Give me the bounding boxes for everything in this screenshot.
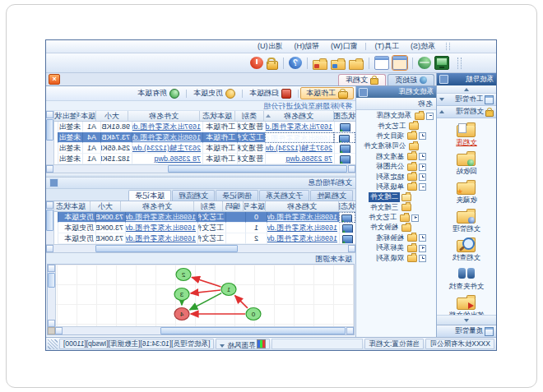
tab-子文档关系[interactable]: 子文档关系 — [259, 190, 309, 201]
filter-工作版本[interactable]: 工作版本 — [300, 87, 354, 99]
scroll-thumb[interactable] — [168, 165, 347, 173]
panel-icon[interactable] — [374, 56, 389, 70]
column-header[interactable]: 文档名称 — [265, 201, 338, 212]
document-link[interactable]: 2637主轴(12234).dwg — [132, 144, 201, 152]
table-row[interactable]: 1698出水泵零件图.dwg1工艺文件1698出水泵零件图.dwg73.00KB… — [53, 223, 355, 233]
nav-more-bar[interactable] — [437, 315, 496, 325]
document-link[interactable]: 1697出水泵零件图.dwg — [132, 122, 201, 131]
document-link[interactable]: 1698出水泵零件图.dwg — [132, 133, 201, 141]
scroll-thumb[interactable] — [46, 210, 53, 231]
pin-icon[interactable] — [359, 88, 368, 97]
nav-item-签出的文档[interactable]: 签出的文档 — [437, 294, 496, 315]
menu-item[interactable]: 帮助(H) — [289, 40, 326, 53]
scroll-left-arrow[interactable] — [348, 165, 355, 173]
scroll-up-arrow[interactable] — [46, 111, 53, 118]
scroll-left-arrow[interactable] — [348, 245, 355, 252]
column-header[interactable]: 签出状态 — [51, 111, 77, 122]
folder-blue-icon[interactable] — [331, 60, 346, 70]
scroll-up-arrow[interactable] — [46, 201, 53, 209]
help-icon[interactable]: ? — [289, 57, 302, 69]
expand-icon[interactable] — [419, 153, 426, 160]
column-header[interactable]: 版本状态 — [51, 201, 90, 212]
graph-horizontal-scrollbar[interactable] — [55, 326, 354, 334]
table-row[interactable]: 1697出水泵零件图.dwg普通文档工作版本1697出水泵零件图.dwg98.6… — [53, 122, 355, 132]
tree-item[interactable]: 公共图标 — [356, 162, 436, 172]
tree-item[interactable]: 美标系列 — [356, 243, 436, 253]
nav-item-文档库[interactable]: 文档库 — [437, 122, 496, 148]
tree-item[interactable]: 二维文件 — [356, 192, 436, 202]
expand-icon[interactable] — [419, 132, 426, 140]
resize-grip[interactable] — [48, 339, 58, 349]
column-header[interactable]: 文件名称 — [120, 201, 193, 212]
scroll-thumb[interactable] — [95, 245, 238, 252]
globe-icon[interactable] — [418, 57, 431, 69]
column-header[interactable]: 大小 — [95, 111, 128, 122]
column-header[interactable]: 大小 — [90, 201, 120, 212]
filter-归档版本[interactable]: 归档版本 — [244, 88, 296, 99]
expand-icon[interactable] — [419, 173, 426, 181]
table-row[interactable]: 1698出水泵零件图.dwg工艺文件工作版本1698出水泵零件图.dwg73.7… — [53, 132, 355, 143]
toolbar-grip[interactable] — [457, 58, 462, 69]
column-header[interactable]: 类别 — [193, 201, 222, 212]
document-link[interactable]: 1698出水泵零件图.dwg — [267, 234, 337, 242]
nav-group-工作管理[interactable]: 工作管理 — [437, 94, 496, 106]
document-link[interactable]: 1698出水泵零件图.dwg — [265, 134, 332, 142]
tree-item[interactable]: 系统文档库 — [356, 111, 436, 121]
column-header[interactable]: 文档名称 — [263, 111, 333, 122]
scroll-right-arrow[interactable] — [46, 245, 53, 252]
pin-icon[interactable] — [49, 178, 58, 187]
document-link[interactable]: 78 23586.dwg — [285, 154, 332, 163]
menu-item[interactable]: 工具(T) — [369, 40, 406, 53]
document-link[interactable]: 1698出水泵零件图.dwg — [125, 224, 196, 232]
tree-item[interactable]: 检验标准 — [356, 233, 436, 243]
menu-item[interactable]: 退出(U) — [252, 40, 289, 53]
resize-corner[interactable] — [48, 327, 55, 334]
document-link[interactable]: 1698出水泵零件图.dwg — [267, 224, 337, 232]
scroll-right-arrow[interactable] — [46, 165, 53, 173]
menu-item[interactable]: 窗口(W) — [325, 40, 364, 53]
tab-文档库[interactable]: 文档库 — [338, 74, 386, 85]
tree-name-column-header[interactable]: 名称 — [356, 98, 436, 110]
tree-item[interactable]: 工艺文件 — [356, 213, 436, 223]
tab-文档流程[interactable]: 文档流程 — [172, 190, 215, 201]
column-header[interactable]: 版本号 — [77, 111, 95, 122]
table-row[interactable]: 1698出水泵零件图.dwg2工艺文件1698出水泵零件图.dwg73.00KB… — [53, 233, 355, 244]
column-header[interactable]: 状态图 — [333, 111, 355, 122]
graph-vertical-scrollbar[interactable] — [48, 265, 56, 327]
version-node-1[interactable]: 1 — [221, 284, 236, 296]
expand-icon[interactable] — [419, 255, 426, 262]
filter-所有版本[interactable]: 所有版本 — [132, 88, 184, 99]
document-link[interactable]: 1698出水泵零件图.dwg — [267, 213, 337, 221]
table-row[interactable]: 2637主轴(12234).dwg普通文档工作版本2637主轴(12234).d… — [53, 143, 355, 154]
tree-item[interactable]: 稳定系列 — [356, 172, 436, 182]
version-node-2[interactable]: 2 — [176, 269, 191, 281]
column-header[interactable]: 文件名称 — [128, 111, 199, 122]
tab-借阅记录[interactable]: 借阅记录 — [216, 190, 258, 201]
nav-item-文件夹查找[interactable]: 文件夹查找 — [437, 265, 496, 292]
horizontal-scrollbar[interactable] — [46, 164, 355, 173]
scroll-thumb[interactable] — [46, 119, 53, 141]
tree-item[interactable]: 双吸系列 — [356, 253, 436, 263]
status-style-picker[interactable]: 界面风格 — [216, 339, 270, 349]
document-link[interactable]: 78 23586.dwg — [154, 154, 201, 163]
column-header[interactable]: 类别 — [234, 111, 263, 122]
nav-item-文档查找[interactable]: 文档查找 — [437, 237, 496, 263]
tree-item[interactable]: 基准文档 — [356, 152, 436, 162]
version-node-3[interactable]: 3 — [174, 288, 189, 301]
tree-item[interactable]: 检验文件 — [356, 223, 436, 233]
version-node-0[interactable]: 0 — [246, 308, 261, 321]
monitor-icon[interactable] — [434, 56, 449, 70]
expand-icon[interactable] — [419, 234, 426, 242]
power-icon[interactable] — [250, 57, 263, 69]
document-link[interactable]: 1698出水泵零件图.dwg — [125, 234, 196, 242]
menubar-grip[interactable] — [446, 43, 450, 50]
collapse-icon[interactable] — [426, 113, 434, 120]
column-header[interactable]: 状态图 — [338, 201, 355, 212]
nav-item-回收站[interactable]: 回收站 — [437, 150, 496, 177]
tab-版本记录[interactable]: 版本记录 — [128, 190, 171, 201]
document-link[interactable]: 2637主轴(12234).dwg — [265, 144, 332, 152]
expand-icon[interactable] — [419, 164, 426, 171]
filter-历史版本[interactable]: 历史版本 — [188, 88, 240, 99]
document-link[interactable]: 1698出水泵零件图.dwg — [125, 213, 196, 221]
document-link[interactable]: 1697出水泵零件图.dwg — [265, 122, 332, 131]
